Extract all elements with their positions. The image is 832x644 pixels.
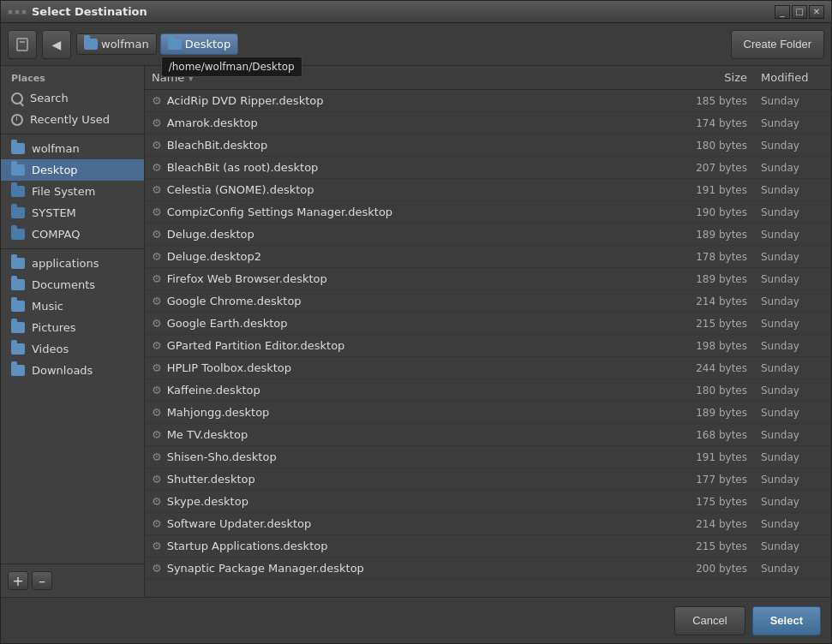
file-name-label: Google Earth.desktop (167, 317, 288, 330)
file-modified-cell: Sunday (754, 162, 831, 174)
table-row[interactable]: ⚙GParted Partition Editor.desktop198 byt… (145, 335, 831, 357)
breadcrumb-current[interactable]: Desktop /home/wolfman/Desktop (160, 33, 239, 55)
table-row[interactable]: ⚙Skype.desktop175 bytesSunday (145, 491, 831, 513)
titlebar: Select Destination _ □ ✕ (1, 1, 831, 23)
sidebar-item-search[interactable]: Search (1, 87, 144, 109)
file-modified-cell: Sunday (754, 429, 831, 441)
table-row[interactable]: ⚙HPLIP Toolbox.desktop244 bytesSunday (145, 357, 831, 379)
file-size-cell: 178 bytes (677, 251, 754, 263)
file-name-cell: ⚙Firefox Web Browser.desktop (145, 272, 677, 285)
file-name-cell: ⚙Startup Applications.desktop (145, 540, 677, 552)
file-size-cell: 191 bytes (677, 451, 754, 463)
file-type-icon: ⚙ (152, 94, 162, 107)
table-row[interactable]: ⚙AcidRip DVD Ripper.desktop185 bytesSund… (145, 90, 831, 112)
sidebar-item-music[interactable]: Music (1, 295, 144, 317)
file-name-cell: ⚙BleachBit.desktop (145, 139, 677, 152)
sidebar-item-downloads[interactable]: Downloads (1, 360, 144, 381)
file-name-label: Amarok.desktop (167, 116, 258, 129)
file-list-scroll[interactable]: ⚙AcidRip DVD Ripper.desktop185 bytesSund… (145, 90, 831, 597)
file-name-cell: ⚙AcidRip DVD Ripper.desktop (145, 94, 677, 107)
file-name-label: AcidRip DVD Ripper.desktop (167, 94, 324, 107)
sidebar-item-recently-used[interactable]: Recently Used (1, 109, 144, 130)
sidebar-recently-used-label: Recently Used (30, 113, 110, 126)
table-row[interactable]: ⚙Me TV.desktop168 bytesSunday (145, 424, 831, 446)
table-row[interactable]: ⚙Deluge.desktop189 bytesSunday (145, 224, 831, 246)
sidebar-separator-2 (1, 248, 144, 249)
file-type-icon: ⚙ (152, 161, 162, 174)
sidebar-item-compaq[interactable]: COMPAQ (1, 224, 144, 245)
file-type-icon: ⚙ (152, 473, 162, 486)
table-row[interactable]: ⚙Deluge.desktop2178 bytesSunday (145, 246, 831, 268)
create-folder-button[interactable]: Create Folder (731, 30, 824, 59)
table-row[interactable]: ⚙Mahjongg.desktop189 bytesSunday (145, 402, 831, 424)
file-name-cell: ⚙HPLIP Toolbox.desktop (145, 361, 677, 374)
file-size-cell: 215 bytes (677, 540, 754, 552)
table-row[interactable]: ⚙Startup Applications.desktop215 bytesSu… (145, 535, 831, 558)
folder-icon-pictures (11, 322, 25, 333)
file-name-cell: ⚙Deluge.desktop2 (145, 250, 677, 263)
table-row[interactable]: ⚙Shisen-Sho.desktop191 bytesSunday (145, 446, 831, 468)
file-type-icon: ⚙ (152, 450, 162, 463)
table-row[interactable]: ⚙Synaptic Package Manager.desktop200 byt… (145, 558, 831, 580)
column-modified-label: Modified (761, 71, 808, 84)
maximize-button[interactable]: □ (792, 5, 807, 19)
sidebar-item-applications[interactable]: applications (1, 253, 144, 274)
bottom-bar: Cancel Select (1, 597, 831, 643)
sidebar-item-pictures[interactable]: Pictures (1, 317, 144, 338)
column-modified-header[interactable]: Modified (754, 71, 831, 84)
file-name-label: Kaffeine.desktop (167, 384, 260, 397)
file-size-cell: 191 bytes (677, 184, 754, 196)
toolbar: ◀ wolfman Desktop /home/wolfman/Desktop … (1, 23, 831, 66)
select-button[interactable]: Select (752, 606, 821, 635)
add-bookmark-button[interactable]: + (8, 571, 28, 590)
file-type-icon: ⚙ (152, 295, 162, 307)
file-size-cell: 214 bytes (677, 295, 754, 307)
minimize-button[interactable]: _ (775, 5, 790, 19)
file-type-icon: ⚙ (152, 250, 162, 263)
file-size-cell: 180 bytes (677, 140, 754, 152)
sidebar-item-wolfman[interactable]: wolfman (1, 138, 144, 159)
file-name-label: Me TV.desktop (167, 428, 248, 441)
file-modified-cell: Sunday (754, 496, 831, 508)
sidebar-wolfman-label: wolfman (32, 142, 80, 155)
file-modified-cell: Sunday (754, 206, 831, 218)
file-name-cell: ⚙Google Chrome.desktop (145, 295, 677, 307)
table-row[interactable]: ⚙BleachBit (as root).desktop207 bytesSun… (145, 157, 831, 179)
bookmark-button[interactable] (8, 30, 37, 59)
sidebar-item-documents[interactable]: Documents (1, 274, 144, 295)
table-row[interactable]: ⚙Kaffeine.desktop180 bytesSunday (145, 379, 831, 402)
sidebar-item-file-system[interactable]: File System (1, 181, 144, 202)
file-name-cell: ⚙Shisen-Sho.desktop (145, 450, 677, 463)
table-row[interactable]: ⚙Shutter.desktop177 bytesSunday (145, 468, 831, 491)
table-row[interactable]: ⚙Firefox Web Browser.desktop189 bytesSun… (145, 268, 831, 290)
file-name-label: Skype.desktop (167, 495, 248, 508)
back-button[interactable]: ◀ (42, 30, 71, 59)
file-size-cell: 189 bytes (677, 407, 754, 419)
table-row[interactable]: ⚙BleachBit.desktop180 bytesSunday (145, 134, 831, 157)
file-size-cell: 174 bytes (677, 117, 754, 129)
cancel-button[interactable]: Cancel (674, 606, 745, 635)
file-name-cell: ⚙BleachBit (as root).desktop (145, 161, 677, 174)
table-row[interactable]: ⚙Google Earth.desktop215 bytesSunday (145, 313, 831, 335)
file-modified-cell: Sunday (754, 563, 831, 575)
sidebar-item-videos[interactable]: Videos (1, 338, 144, 360)
table-row[interactable]: ⚙Software Updater.desktop214 bytesSunday (145, 513, 831, 535)
current-folder-icon (168, 39, 182, 50)
folder-icon-filesystem (11, 186, 25, 197)
table-row[interactable]: ⚙CompizConfig Settings Manager.desktop19… (145, 201, 831, 224)
parent-folder-icon (84, 39, 98, 50)
table-row[interactable]: ⚙Amarok.desktop174 bytesSunday (145, 112, 831, 134)
table-row[interactable]: ⚙Celestia (GNOME).desktop191 bytesSunday (145, 179, 831, 201)
table-row[interactable]: ⚙Google Chrome.desktop214 bytesSunday (145, 290, 831, 313)
sidebar-item-system[interactable]: SYSTEM (1, 202, 144, 224)
sidebar-music-label: Music (32, 300, 63, 313)
breadcrumb-parent[interactable]: wolfman (76, 33, 157, 55)
column-size-header[interactable]: Size (677, 71, 754, 84)
file-size-cell: 189 bytes (677, 229, 754, 241)
file-type-icon: ⚙ (152, 183, 162, 196)
search-icon (11, 92, 23, 104)
sidebar-item-desktop[interactable]: Desktop (1, 159, 144, 181)
sidebar-desktop-label: Desktop (32, 164, 78, 176)
close-button[interactable]: ✕ (809, 5, 824, 19)
remove-bookmark-button[interactable]: – (32, 571, 52, 590)
